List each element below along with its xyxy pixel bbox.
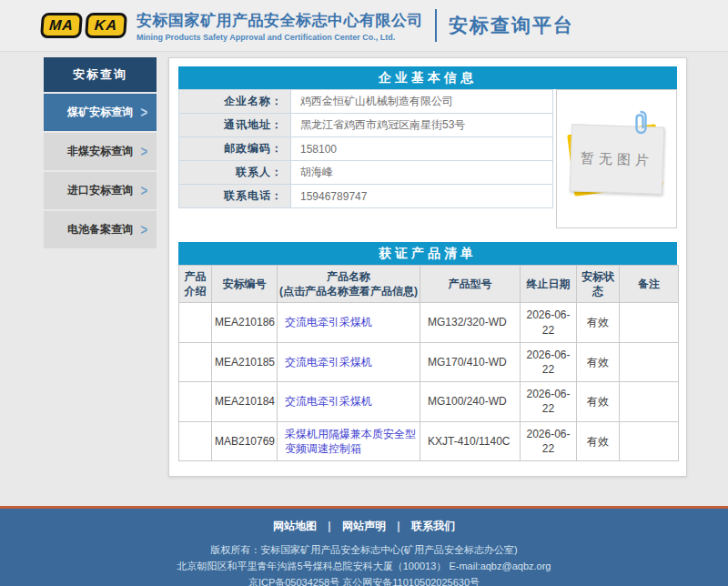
copyright-line-3: 京ICP备05034258号 京公网安备11010502025630号 <box>0 576 728 586</box>
maka-logo: MA KA <box>41 13 126 38</box>
cell-intro <box>179 382 212 421</box>
table-row: MEA210186 交流电牵引采煤机 MG132/320-WD 2026-06-… <box>179 303 679 342</box>
separator: | <box>397 520 399 532</box>
table-row: 联系人： 胡海峰 <box>179 161 553 185</box>
company-name-value: 鸡西金恒矿山机械制造有限公司 <box>291 90 553 114</box>
product-name-link[interactable]: 交流电牵引采煤机 <box>285 395 372 408</box>
phone-value: 15946789747 <box>291 185 553 208</box>
no-image-placeholder: 暂无图片 <box>571 126 663 193</box>
cell-note <box>620 303 679 342</box>
sidebar-item-battery-query[interactable]: 电池备案查询 > <box>44 211 157 248</box>
products-table: 产品介绍 安标编号 产品名称 (点击产品名称查看产品信息) 产品型号 终止日期 … <box>178 265 679 461</box>
sidebar-item-label: 进口安标查询 <box>67 184 133 197</box>
copyright-block: 版权所有：安标国家矿用产品安全标志中心(矿用产品安全标志办公室) 北京朝阳区和平… <box>0 543 728 586</box>
table-row: 邮政编码： 158100 <box>179 137 553 161</box>
company-photo-box: 暂无图片 <box>556 89 677 228</box>
postcode-label: 邮政编码： <box>179 137 291 161</box>
cell-note <box>620 382 679 421</box>
ma-badge-icon: MA <box>40 13 83 38</box>
sidebar-item-import-query[interactable]: 进口安标查询 > <box>44 172 157 209</box>
cell-end-date: 2026-06-22 <box>521 342 577 381</box>
cell-code: MEA210185 <box>212 342 278 381</box>
col-name: 产品名称 (点击产品名称查看产品信息) <box>278 266 420 303</box>
cell-end-date: 2026-06-22 <box>521 382 577 421</box>
org-titles: 安标国家矿用产品安全标志中心有限公司 Mining Products Safet… <box>136 10 423 42</box>
col-status: 安标状态 <box>577 266 620 303</box>
table-row: 联系电话： 15946789747 <box>179 185 553 208</box>
sidebar-title: 安标查询 <box>44 57 157 92</box>
copyright-line-2: 北京朝阳区和平里青年沟路5号煤科总院安科大厦（100013） E-mail:aq… <box>0 560 728 572</box>
cell-name: 交流电牵引采煤机 <box>278 342 420 381</box>
chevron-right-icon: > <box>140 182 147 199</box>
page-header: MA KA 安标国家矿用产品安全标志中心有限公司 Mining Products… <box>0 0 728 52</box>
table-row: MEA210184 交流电牵引采煤机 MG100/240-WD 2026-06-… <box>179 382 679 421</box>
company-name-label: 企业名称： <box>179 90 291 114</box>
company-info-section-title: 企业基本信息 <box>178 66 677 89</box>
cell-code: MAB210769 <box>212 421 278 460</box>
col-model: 产品型号 <box>420 266 521 303</box>
col-name-line2: (点击产品名称查看产品信息) <box>278 284 419 298</box>
platform-title: 安标查询平台 <box>449 13 574 38</box>
no-image-text: 暂无图片 <box>580 149 653 169</box>
sidebar-item-label: 电池备案查询 <box>67 223 133 236</box>
header-divider <box>435 9 437 42</box>
phone-label: 联系电话： <box>179 185 291 208</box>
col-name-line1: 产品名称 <box>278 269 419 284</box>
ka-badge-icon: KA <box>85 13 127 38</box>
cell-name: 交流电牵引采煤机 <box>278 382 420 421</box>
footer-link-contact[interactable]: 联系我们 <box>411 520 455 532</box>
product-name-link[interactable]: 交流电牵引采煤机 <box>285 356 372 369</box>
cell-status: 有效 <box>577 342 620 381</box>
table-header-row: 产品介绍 安标编号 产品名称 (点击产品名称查看产品信息) 产品型号 终止日期 … <box>179 266 679 303</box>
cell-end-date: 2026-06-22 <box>521 303 577 342</box>
table-row: 企业名称： 鸡西金恒矿山机械制造有限公司 <box>179 90 553 114</box>
company-info-table: 企业名称： 鸡西金恒矿山机械制造有限公司 通讯地址： 黑龙江省鸡西市鸡冠区南星街… <box>178 89 553 208</box>
products-section-title: 获证产品清单 <box>178 242 677 265</box>
sidebar-item-label: 煤矿安标查询 <box>67 106 133 118</box>
address-value: 黑龙江省鸡西市鸡冠区南星街53号 <box>291 114 553 137</box>
cell-code: MEA210186 <box>212 303 278 342</box>
sidebar-item-coal-query[interactable]: 煤矿安标查询 > <box>44 94 157 131</box>
content-panel: 企业基本信息 企业名称： 鸡西金恒矿山机械制造有限公司 通讯地址： 黑龙江省鸡西… <box>168 57 687 477</box>
col-end-date: 终止日期 <box>521 266 577 303</box>
sidebar-item-label: 非煤安标查询 <box>67 145 133 157</box>
table-row: MAB210769 采煤机用隔爆兼本质安全型变频调速控制箱 KXJT-410/1… <box>179 421 679 460</box>
cell-intro <box>179 303 212 342</box>
cell-name: 采煤机用隔爆兼本质安全型变频调速控制箱 <box>278 421 420 460</box>
cell-status: 有效 <box>577 303 620 342</box>
product-name-link[interactable]: 采煤机用隔爆兼本质安全型变频调速控制箱 <box>285 428 416 455</box>
cell-intro <box>179 342 212 381</box>
col-intro: 产品介绍 <box>179 266 212 303</box>
col-code: 安标编号 <box>212 266 278 303</box>
chevron-right-icon: > <box>140 104 147 121</box>
cell-intro <box>179 421 212 460</box>
copyright-line-1: 版权所有：安标国家矿用产品安全标志中心(矿用产品安全标志办公室) <box>0 543 728 556</box>
cell-name: 交流电牵引采煤机 <box>278 303 420 342</box>
chevron-right-icon: > <box>140 143 147 160</box>
cell-model: MG100/240-WD <box>420 382 521 421</box>
paperclip-icon <box>633 110 649 135</box>
contact-label: 联系人： <box>179 161 291 185</box>
separator: | <box>328 520 330 532</box>
page-footer: 网站地图 | 网站声明 | 联系我们 版权所有：安标国家矿用产品安全标志中心(矿… <box>0 509 728 586</box>
footer-link-statement[interactable]: 网站声明 <box>342 520 386 532</box>
company-info-row: 企业名称： 鸡西金恒矿山机械制造有限公司 通讯地址： 黑龙江省鸡西市鸡冠区南星街… <box>178 89 677 228</box>
cell-model: MG170/410-WD <box>420 342 521 381</box>
sidebar-item-noncoal-query[interactable]: 非煤安标查询 > <box>44 133 157 170</box>
cell-model: KXJT-410/1140C <box>420 421 521 460</box>
table-row: 通讯地址： 黑龙江省鸡西市鸡冠区南星街53号 <box>179 114 553 137</box>
no-image-note: 暂无图片 <box>569 124 664 195</box>
cell-status: 有效 <box>577 421 620 460</box>
cell-model: MG132/320-WD <box>420 303 521 342</box>
table-row: MEA210185 交流电牵引采煤机 MG170/410-WD 2026-06-… <box>179 342 679 381</box>
cell-note <box>620 342 679 381</box>
footer-links: 网站地图 | 网站声明 | 联系我们 <box>0 519 728 534</box>
contact-value: 胡海峰 <box>291 161 553 185</box>
org-name-zh: 安标国家矿用产品安全标志中心有限公司 <box>136 10 423 31</box>
product-name-link[interactable]: 交流电牵引采煤机 <box>285 316 372 328</box>
postcode-value: 158100 <box>291 137 553 161</box>
org-name-en: Mining Products Safety Approval and Cert… <box>136 33 423 42</box>
footer-link-sitemap[interactable]: 网站地图 <box>273 520 317 532</box>
cell-end-date: 2026-06-22 <box>521 421 577 460</box>
chevron-right-icon: > <box>140 221 147 238</box>
